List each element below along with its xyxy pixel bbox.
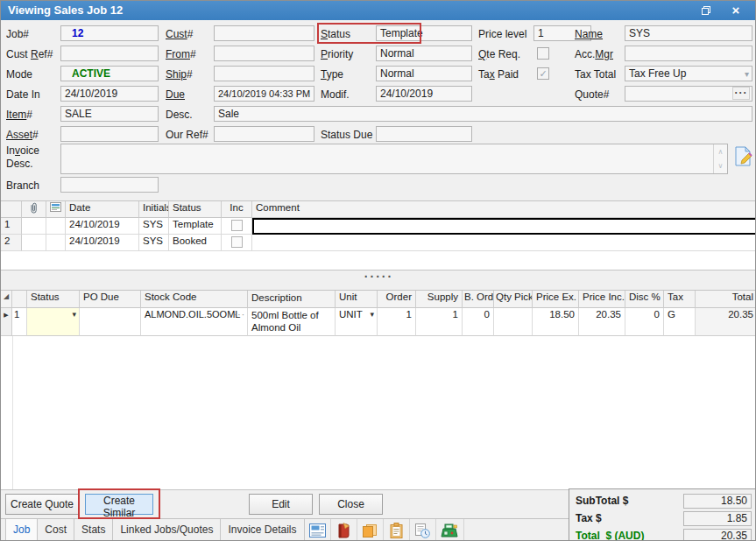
close-button[interactable]: Close — [319, 494, 383, 515]
comment-cell-focused[interactable] — [252, 218, 756, 235]
name-field[interactable]: SYS — [625, 25, 752, 41]
date-cell: 24/10/2019 — [66, 235, 139, 251]
close-window-icon[interactable]: × — [722, 1, 750, 20]
due-label[interactable]: Due — [166, 88, 185, 101]
modif-field[interactable]: 24/10/2019 — [376, 86, 472, 102]
from-field[interactable] — [214, 46, 314, 61]
row-number-header — [1, 201, 22, 218]
acc-mgr-label[interactable]: Acc.Mgr — [575, 48, 613, 60]
price-inc-cell[interactable]: 20.35 — [579, 308, 625, 336]
tax-total-dropdown[interactable]: Tax Free Up▾ — [625, 66, 752, 81]
stock-row[interactable]: ▶ 1 ▾ ALMOND.OIL.5OOML··· 500ml Bottle o… — [1, 308, 756, 336]
edit-description-icon[interactable] — [735, 146, 752, 170]
cust-ref-label[interactable]: Cust Ref# — [6, 48, 53, 60]
tax-cell[interactable]: G — [664, 308, 696, 336]
cust-field[interactable] — [214, 25, 314, 41]
total-label[interactable]: Total $ (AUD) — [576, 530, 644, 541]
qte-req-label[interactable]: Qte Req. — [478, 48, 520, 60]
tab-stats[interactable]: Stats — [74, 519, 113, 541]
order-cell[interactable]: 1 — [378, 308, 416, 336]
create-quote-button[interactable]: Create Quote — [5, 494, 79, 515]
ship-field[interactable] — [214, 66, 314, 81]
branch-field[interactable] — [60, 177, 159, 193]
ellipsis-icon[interactable]: ··· — [234, 310, 245, 320]
description-cell[interactable]: 500ml Bottle of Almond Oil — [248, 308, 336, 336]
cash-register-icon[interactable] — [436, 519, 464, 541]
copy-documents-icon[interactable] — [357, 519, 384, 541]
report-book-icon[interactable] — [331, 519, 357, 541]
price-ex-cell[interactable]: 18.50 — [533, 308, 579, 336]
priority-label[interactable]: Priority — [321, 48, 353, 60]
tax-row: Tax $ 1.85 — [569, 510, 756, 528]
attachment-cell — [22, 218, 46, 235]
totals-panel: SubTotal $ 18.50 Tax $ 1.85 Total $ (AUD… — [569, 488, 756, 541]
asset-field[interactable] — [60, 126, 159, 142]
name-label[interactable]: Name — [575, 28, 603, 40]
tab-job[interactable]: Job — [5, 519, 38, 541]
description-header: Description — [248, 291, 336, 308]
tab-invoice-details[interactable]: Invoice Details — [221, 519, 304, 541]
tab-cost[interactable]: Cost — [38, 519, 74, 541]
asset-label[interactable]: Asset# — [6, 129, 39, 141]
disc-cell[interactable]: 0 — [625, 308, 664, 336]
grid-splitter-handle[interactable]: ····· — [1, 270, 756, 290]
unit-dropdown[interactable]: UNIT▾ — [336, 308, 378, 336]
qty-pick-cell[interactable] — [494, 308, 533, 336]
type-field[interactable]: Normal — [376, 66, 472, 81]
clipboard-icon[interactable] — [384, 519, 410, 541]
scroll-up-icon[interactable]: ∧ — [718, 148, 724, 156]
mode-field[interactable]: ACTIVE — [60, 66, 159, 81]
invoice-desc-field[interactable]: ∧∨ — [60, 144, 728, 174]
status-label[interactable]: Status — [321, 28, 350, 40]
qte-req-checkbox[interactable] — [537, 47, 549, 60]
subtotal-row: SubTotal $ 18.50 — [569, 493, 756, 510]
b-ord-cell[interactable]: 0 — [463, 308, 494, 336]
priority-field[interactable]: Normal — [376, 46, 472, 61]
cust-label[interactable]: Cust# — [166, 28, 193, 40]
inc-checkbox[interactable] — [231, 220, 243, 231]
scroll-down-icon[interactable]: ∨ — [718, 162, 724, 170]
total-cell: 20.35 — [696, 308, 756, 336]
desc-field[interactable]: Sale — [214, 106, 752, 122]
ship-label[interactable]: Ship# — [166, 68, 193, 81]
from-label[interactable]: From# — [166, 48, 196, 60]
history-clock-icon[interactable] — [410, 519, 436, 541]
item-field[interactable]: SALE — [60, 106, 159, 122]
tax-paid-checkbox[interactable]: ✓ — [537, 67, 549, 80]
row-number: 2 — [1, 235, 22, 251]
history-row[interactable]: 1 24/10/2019 SYS Template — [1, 218, 756, 235]
quote-field[interactable]: ··· — [625, 86, 752, 102]
our-ref-label: Our Ref# — [166, 129, 208, 141]
item-label[interactable]: Item# — [6, 109, 32, 121]
comment-cell[interactable] — [252, 235, 756, 251]
job-label: Job# — [6, 28, 29, 40]
invoice-form-icon[interactable] — [305, 519, 331, 541]
create-similar-button[interactable]: Create Similar — [85, 494, 153, 515]
inc-header: Inc — [222, 201, 252, 218]
status-due-label: Status Due — [321, 129, 372, 141]
note-icon — [46, 201, 66, 218]
job-field[interactable]: 12 — [60, 25, 159, 41]
cust-ref-field[interactable] — [60, 46, 159, 61]
tax-paid-label[interactable]: Tax Paid — [478, 68, 519, 81]
qty-pick-header: Qty Pick — [494, 291, 533, 308]
inc-checkbox[interactable] — [231, 236, 243, 248]
window-title: Viewing Sales Job 12 — [8, 1, 123, 20]
due-field[interactable]: 24/10/2019 04:33 PM — [214, 86, 314, 102]
line-status-dropdown[interactable]: ▾ — [27, 308, 80, 336]
status-field[interactable]: Template — [376, 25, 472, 41]
history-row[interactable]: 2 24/10/2019 SYS Booked — [1, 235, 756, 251]
row-marker-icon: ▶ — [1, 308, 12, 336]
supply-cell[interactable]: 1 — [416, 308, 463, 336]
restore-window-icon[interactable] — [692, 1, 720, 20]
tab-linked-jobs-quotes[interactable]: Linked Jobs/Quotes — [113, 519, 221, 541]
stock-code-cell[interactable]: ALMOND.OIL.5OOML··· — [141, 308, 248, 336]
edit-button[interactable]: Edit — [249, 494, 313, 515]
ellipsis-button[interactable]: ··· — [732, 87, 750, 100]
our-ref-field[interactable] — [214, 126, 314, 142]
acc-mgr-field[interactable] — [625, 46, 752, 61]
po-due-cell[interactable] — [80, 308, 141, 336]
type-label[interactable]: Type — [321, 68, 343, 81]
status-due-field[interactable] — [376, 126, 472, 142]
date-in-field[interactable]: 24/10/2019 — [60, 86, 159, 102]
